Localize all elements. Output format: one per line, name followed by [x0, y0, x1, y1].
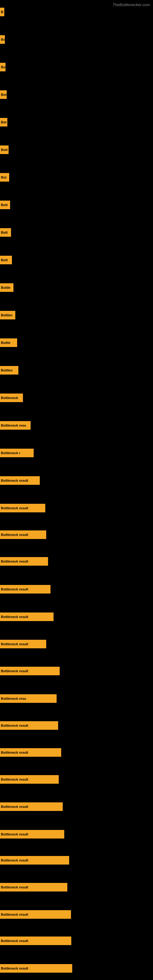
bar-label: Bottleneck result	[1, 885, 28, 889]
bar-label: Bottleneck result	[1, 832, 28, 836]
bar-item: Bot	[0, 118, 7, 126]
bar-fill: Bot	[0, 173, 9, 181]
bar-fill: Bottle	[0, 283, 13, 292]
bar-label: Bottleneck result	[1, 724, 28, 727]
bar-fill: Bottleneck result	[0, 964, 72, 973]
bar-item: Bot	[0, 173, 9, 181]
bar-item: Bottle	[0, 283, 13, 292]
bar-item: Bo	[0, 35, 5, 44]
bar-label: Bott	[1, 148, 8, 151]
bar-label: Bot	[1, 93, 6, 97]
bar-fill: Bottleneck resu	[0, 421, 30, 430]
bar-item: Bottleneck resu	[0, 694, 57, 703]
bar-fill: B	[0, 8, 4, 16]
bar-item: Bottleneck resu	[0, 421, 30, 430]
bar-label: Bottleneck result	[1, 642, 28, 646]
bar-fill: Bot	[0, 118, 7, 126]
bar-item: Bottleneck result	[0, 721, 58, 730]
bar-fill: Bottleneck result	[0, 910, 71, 919]
bar-fill: Bottlen	[0, 311, 15, 320]
bar-fill: Bottleneck result	[0, 667, 60, 675]
bar-fill: Bottleneck result	[0, 530, 46, 539]
bar-item: Bottleneck result	[0, 883, 67, 891]
bar-label: Bottleneck result	[1, 913, 28, 916]
bar-fill: Bottleneck result	[0, 883, 67, 891]
bar-label: Bottleneck result	[1, 967, 28, 970]
bar-fill: Bottleneck result	[0, 476, 40, 485]
bar-label: Bottle	[1, 341, 10, 345]
bar-item: Bottleneck result	[0, 585, 51, 593]
bar-fill: Bottleneck result	[0, 856, 69, 865]
bar-fill: Bottle	[0, 339, 17, 347]
bar-label: Bottleneck result	[1, 506, 28, 510]
bar-label: Bottleneck result	[1, 533, 28, 536]
bar-label: Bottleneck result	[1, 805, 28, 808]
bar-label: Bo	[1, 65, 5, 69]
bar-item: Bottleneck	[0, 393, 23, 402]
bar-item: Bottleneck result	[0, 910, 71, 919]
bar-label: Bottleneck result	[1, 615, 28, 619]
bar-fill: Bottleneck result	[0, 640, 46, 648]
bar-fill: Bottleneck result	[0, 612, 54, 621]
bar-item: Bottleneck result	[0, 856, 69, 865]
bar-label: B	[1, 10, 3, 14]
bar-fill: Bot	[0, 90, 7, 99]
bar-label: Bottleneck result	[1, 587, 28, 591]
bar-fill: Bottlen	[0, 366, 18, 375]
bar-item: Bott	[0, 256, 12, 264]
bar-label: Bottlen	[1, 313, 13, 317]
bar-item: Bott	[0, 145, 9, 154]
bar-fill: Bottleneck result	[0, 748, 61, 757]
bar-label: Bo	[1, 38, 5, 41]
bar-fill: Bott	[0, 145, 9, 154]
bar-fill: Bottleneck resu	[0, 694, 57, 703]
bar-fill: Bottleneck result	[0, 937, 71, 945]
bar-item: Bottleneck result	[0, 504, 45, 512]
bar-item: Bottleneck result	[0, 557, 48, 566]
bar-label: Bottleneck result	[1, 858, 28, 862]
bar-fill: Bottleneck result	[0, 721, 58, 730]
bar-item: Bottlen	[0, 366, 18, 375]
bar-label: Bottleneck result	[1, 560, 28, 563]
bar-label: Bott	[1, 258, 8, 262]
bar-label: Bot	[1, 175, 6, 179]
bar-item: Bott	[0, 200, 10, 209]
bar-fill: Bo	[0, 63, 5, 72]
bar-fill: Bottleneck	[0, 393, 23, 402]
bar-label: Bott	[1, 231, 8, 234]
bar-fill: Bottleneck result	[0, 830, 64, 838]
bar-label: Bot	[1, 120, 6, 124]
bar-item: Bottleneck result	[0, 775, 59, 784]
bar-item: Bo	[0, 63, 5, 72]
bar-fill: Bott	[0, 228, 11, 237]
bar-label: Bottleneck resu	[1, 423, 26, 427]
bar-item: Bottleneck result	[0, 937, 71, 945]
bar-fill: Bottleneck r	[0, 449, 33, 457]
bar-item: Bottleneck result	[0, 802, 63, 811]
bar-fill: Bottleneck result	[0, 557, 48, 566]
bar-fill: Bo	[0, 35, 5, 44]
bar-label: Bottleneck	[1, 396, 18, 400]
bar-item: Bottleneck result	[0, 640, 46, 648]
bar-item: Bottleneck result	[0, 667, 60, 675]
bar-label: Bottleneck result	[1, 778, 28, 781]
bar-item: Bottleneck result	[0, 830, 64, 838]
bar-item: Bottle	[0, 339, 17, 347]
bar-label: Bottleneck resu	[1, 697, 26, 700]
site-title: TheBottlenecker.com	[113, 2, 150, 7]
bar-fill: Bottleneck result	[0, 585, 51, 593]
bar-label: Bott	[1, 203, 8, 207]
bar-item: Bottleneck result	[0, 612, 54, 621]
bar-item: Bottleneck result	[0, 476, 40, 485]
bar-fill: Bottleneck result	[0, 802, 63, 811]
bar-label: Bottleneck result	[1, 479, 28, 482]
bar-label: Bottleneck result	[1, 939, 28, 943]
bar-label: Bottleneck r	[1, 451, 21, 455]
bar-item: Bott	[0, 228, 11, 237]
bar-fill: Bottleneck result	[0, 504, 45, 512]
bar-fill: Bottleneck result	[0, 775, 59, 784]
bar-item: Bot	[0, 90, 7, 99]
bar-item: B	[0, 8, 4, 16]
bar-item: Bottleneck result	[0, 748, 61, 757]
bar-item: Bottlen	[0, 311, 15, 320]
